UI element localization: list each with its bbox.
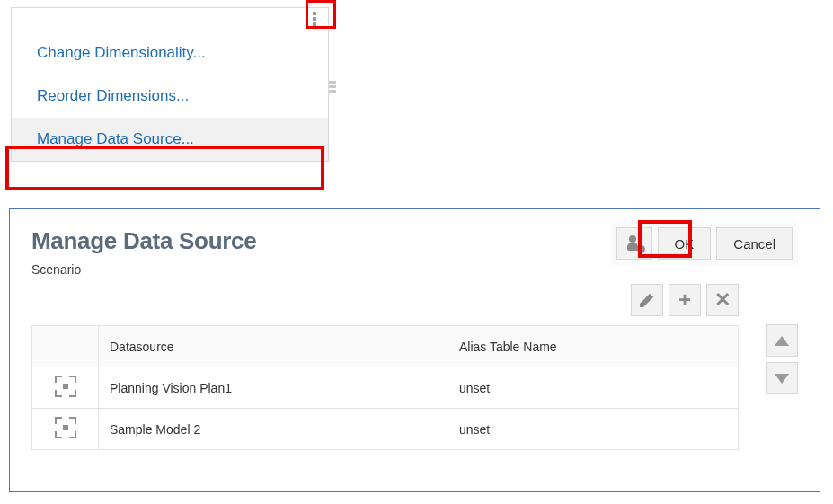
x-icon: ✕ — [714, 290, 731, 310]
table-row[interactable]: Planning Vision Plan1 unset — [32, 367, 739, 409]
dialog-header: Manage Data Source Scenario ? OK Cancel — [10, 209, 820, 284]
drag-handle-icon — [329, 81, 336, 97]
dropdown-menu: Change Dimensionality... Reorder Dimensi… — [11, 7, 329, 162]
dialog-title: Manage Data Source — [31, 227, 256, 255]
edit-button[interactable] — [631, 284, 663, 316]
cell-alias: unset — [448, 367, 738, 409]
plus-icon: + — [678, 289, 691, 311]
row-select-cell[interactable] — [32, 367, 99, 409]
column-header-select — [32, 326, 99, 367]
table-header-row: Datasource Alias Table Name — [32, 326, 739, 367]
data-source-table: Datasource Alias Table Name Planning Vis… — [31, 325, 739, 450]
move-down-button[interactable] — [766, 362, 798, 394]
triangle-up-icon — [775, 336, 789, 346]
cell-alias: unset — [448, 409, 738, 450]
user-help-button[interactable]: ? — [616, 227, 652, 260]
cell-datasource: Sample Model 2 — [99, 409, 448, 450]
delete-button[interactable]: ✕ — [706, 284, 739, 316]
kebab-icon[interactable] — [305, 8, 324, 30]
table-row[interactable]: Sample Model 2 unset — [32, 409, 739, 450]
ok-button[interactable]: OK — [658, 227, 712, 260]
person-help-icon: ? — [626, 235, 642, 252]
dialog-subtitle: Scenario — [31, 262, 256, 277]
column-header-alias: Alias Table Name — [448, 326, 738, 367]
manage-data-source-dialog: Manage Data Source Scenario ? OK Cancel … — [9, 208, 820, 492]
column-header-datasource: Datasource — [99, 326, 448, 367]
reorder-buttons — [766, 324, 798, 394]
triangle-down-icon — [775, 374, 789, 384]
cancel-button[interactable]: Cancel — [716, 227, 793, 260]
pencil-icon — [640, 293, 654, 307]
menu-item-reorder-dimensions[interactable]: Reorder Dimensions... — [12, 75, 328, 118]
select-icon — [55, 376, 76, 397]
row-select-cell[interactable] — [32, 409, 99, 450]
menu-items: Change Dimensionality... Reorder Dimensi… — [12, 31, 328, 161]
menu-item-manage-data-source[interactable]: Manage Data Source... — [12, 118, 328, 161]
data-source-table-wrap: Datasource Alias Table Name Planning Vis… — [10, 325, 820, 450]
dialog-button-row: ? OK Cancel — [611, 222, 798, 265]
move-up-button[interactable] — [766, 324, 798, 357]
menu-item-change-dimensionality[interactable]: Change Dimensionality... — [12, 31, 328, 75]
menu-header — [12, 8, 328, 31]
select-icon — [55, 417, 76, 438]
table-toolbar: + ✕ — [10, 284, 820, 325]
cell-datasource: Planning Vision Plan1 — [99, 367, 448, 409]
add-button[interactable]: + — [669, 284, 701, 316]
